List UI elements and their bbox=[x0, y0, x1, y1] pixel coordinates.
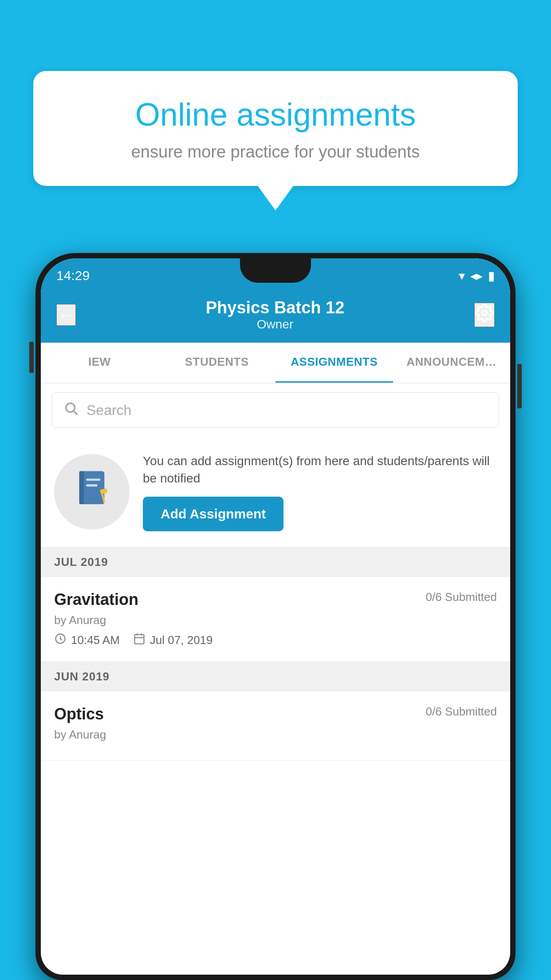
assignment-item-gravitation[interactable]: Gravitation 0/6 Submitted by Anurag 10:4… bbox=[41, 577, 510, 662]
svg-rect-10 bbox=[134, 635, 144, 644]
svg-point-1 bbox=[66, 403, 75, 412]
phone-volume-button bbox=[29, 342, 34, 373]
speech-bubble-arrow bbox=[258, 186, 293, 210]
signal-icon: ◂▸ bbox=[470, 269, 483, 283]
app-header-title: Physics Batch 12 bbox=[76, 298, 474, 317]
bubble-subtitle: ensure more practice for your students bbox=[64, 142, 487, 162]
tab-announcements[interactable]: ANNOUNCEM… bbox=[393, 343, 511, 383]
speech-bubble-card: Online assignments ensure more practice … bbox=[33, 71, 518, 186]
bubble-title: Online assignments bbox=[64, 95, 487, 134]
phone-screen: 14:29 ▾ ◂▸ ▮ ← Physics Batch 12 Owner bbox=[41, 258, 510, 975]
clock-icon bbox=[54, 632, 67, 648]
assignment-date-text: Jul 07, 2019 bbox=[150, 633, 213, 647]
status-time: 14:29 bbox=[56, 268, 90, 283]
assignment-submitted-gravitation: 0/6 Submitted bbox=[426, 590, 497, 604]
search-container: Search bbox=[41, 383, 510, 437]
assignment-icon-circle bbox=[54, 454, 130, 530]
svg-point-0 bbox=[482, 311, 487, 316]
gear-icon bbox=[475, 304, 494, 322]
wifi-icon: ▾ bbox=[459, 269, 465, 283]
calendar-icon bbox=[133, 632, 146, 648]
phone-power-button bbox=[517, 364, 522, 408]
battery-icon: ▮ bbox=[488, 269, 495, 283]
app-header: ← Physics Batch 12 Owner bbox=[41, 289, 510, 343]
assignment-date-gravitation: Jul 07, 2019 bbox=[133, 632, 213, 648]
assignment-optics-row-top: Optics 0/6 Submitted bbox=[54, 705, 497, 723]
header-center: Physics Batch 12 Owner bbox=[76, 298, 474, 332]
assignment-author-optics: by Anurag bbox=[54, 728, 497, 742]
search-bar[interactable]: Search bbox=[52, 392, 499, 428]
tab-assignments[interactable]: ASSIGNMENTS bbox=[276, 343, 393, 383]
back-button[interactable]: ← bbox=[56, 304, 76, 326]
svg-line-2 bbox=[74, 411, 77, 415]
speech-bubble-section: Online assignments ensure more practice … bbox=[33, 71, 518, 210]
assignment-item-optics[interactable]: Optics 0/6 Submitted by Anurag bbox=[41, 692, 510, 761]
settings-button[interactable] bbox=[474, 303, 495, 327]
phone-frame: 14:29 ▾ ◂▸ ▮ ← Physics Batch 12 Owner bbox=[35, 253, 516, 980]
add-assignment-button[interactable]: Add Assignment bbox=[143, 497, 283, 531]
search-icon bbox=[63, 401, 79, 419]
info-card: You can add assignment(s) from here and … bbox=[41, 437, 510, 547]
tabs-container: IEW STUDENTS ASSIGNMENTS ANNOUNCEM… bbox=[41, 343, 510, 383]
tab-students[interactable]: STUDENTS bbox=[158, 343, 276, 383]
section-header-jul: JUL 2019 bbox=[41, 547, 510, 577]
status-icons: ▾ ◂▸ ▮ bbox=[459, 269, 495, 283]
search-placeholder: Search bbox=[87, 402, 131, 419]
assignment-author-gravitation: by Anurag bbox=[54, 613, 497, 627]
assignment-row-top: Gravitation 0/6 Submitted bbox=[54, 590, 497, 609]
assignment-meta-gravitation: 10:45 AM Jul 07, 2019 bbox=[54, 632, 497, 648]
svg-rect-4 bbox=[79, 471, 84, 505]
phone-notch bbox=[240, 258, 311, 283]
assignment-name-gravitation: Gravitation bbox=[54, 590, 138, 609]
assignment-time-gravitation: 10:45 AM bbox=[54, 632, 120, 648]
info-text-block: You can add assignment(s) from here and … bbox=[143, 452, 497, 531]
app-header-subtitle: Owner bbox=[76, 317, 474, 332]
assignment-submitted-optics: 0/6 Submitted bbox=[426, 705, 497, 719]
tab-iew[interactable]: IEW bbox=[41, 343, 158, 383]
assignment-time-text: 10:45 AM bbox=[71, 633, 120, 647]
section-header-jun: JUN 2019 bbox=[41, 662, 510, 692]
notebook-icon bbox=[74, 468, 110, 515]
svg-rect-6 bbox=[86, 484, 98, 486]
assignment-name-optics: Optics bbox=[54, 705, 104, 723]
svg-rect-5 bbox=[86, 478, 100, 481]
info-description: You can add assignment(s) from here and … bbox=[143, 452, 497, 487]
